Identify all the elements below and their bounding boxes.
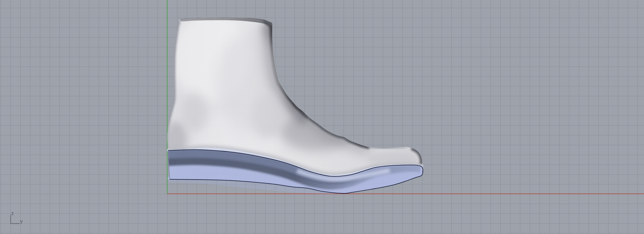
svg-text:y: y: [20, 219, 23, 224]
svg-text:z: z: [11, 211, 14, 216]
